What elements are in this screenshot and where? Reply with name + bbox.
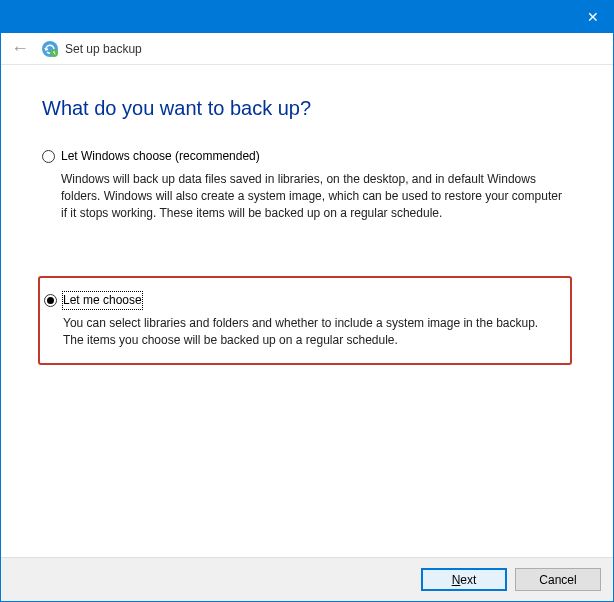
option-label[interactable]: Let Windows choose (recommended)	[61, 148, 260, 165]
close-icon[interactable]: ✕	[587, 9, 599, 25]
content-area: What do you want to back up? Let Windows…	[1, 65, 613, 557]
wizard-title: Set up backup	[65, 42, 142, 56]
titlebar: ✕	[1, 1, 613, 33]
page-heading: What do you want to back up?	[42, 97, 572, 120]
backup-wizard-icon	[41, 40, 59, 58]
footer: Next Cancel	[1, 557, 613, 601]
cancel-button[interactable]: Cancel	[515, 568, 601, 591]
option-description: You can select libraries and folders and…	[63, 315, 552, 349]
option-let-me-choose[interactable]: Let me choose	[44, 292, 558, 309]
next-button[interactable]: Next	[421, 568, 507, 591]
radio-let-windows-choose[interactable]	[42, 150, 55, 163]
option-label[interactable]: Let me choose	[63, 292, 142, 309]
option-let-windows-choose[interactable]: Let Windows choose (recommended)	[42, 148, 572, 165]
wizard-header: ← Set up backup	[1, 33, 613, 65]
highlight-annotation: Let me choose You can select libraries a…	[38, 276, 572, 365]
back-arrow-icon[interactable]: ←	[11, 38, 29, 59]
option-description: Windows will back up data files saved in…	[61, 171, 566, 222]
radio-let-me-choose[interactable]	[44, 294, 57, 307]
